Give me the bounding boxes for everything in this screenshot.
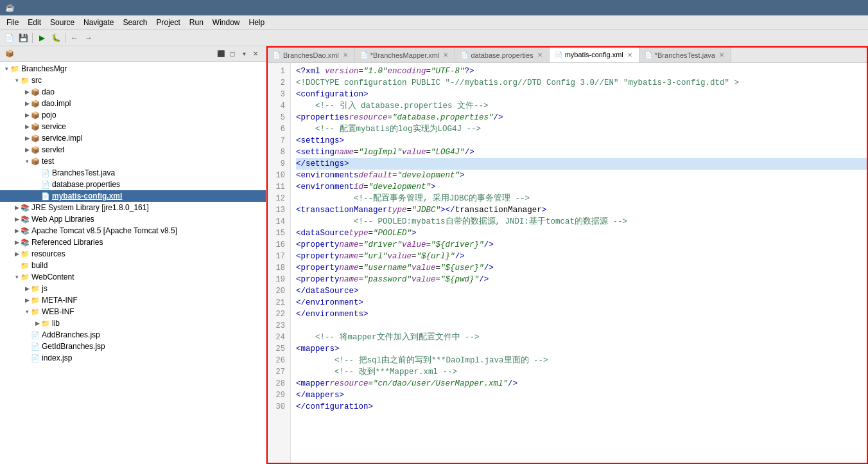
tree-toggle-22[interactable]: ▶ <box>33 320 41 326</box>
menu-item-navigate[interactable]: Navigate <box>80 17 117 28</box>
tree-toggle-0[interactable]: ▾ <box>3 66 10 72</box>
close-sidebar-btn[interactable]: ✕ <box>250 49 261 59</box>
tree-icon-5: 📦 <box>31 123 40 131</box>
line-num-22: 22 <box>270 308 285 320</box>
tree-toggle-3[interactable]: ▶ <box>23 100 31 107</box>
tree-toggle-19[interactable]: ▶ <box>23 285 31 292</box>
code-line-20: </dataSource> <box>296 285 867 297</box>
tree-icon-11: 📄 <box>41 192 50 201</box>
tree-item-14[interactable]: ▶📚Apache Tomcat v8.5 [Apache Tomcat v8.5… <box>0 225 266 236</box>
tree-toggle-13[interactable]: ▶ <box>13 216 21 222</box>
editor-tab-3[interactable]: 📄mybatis-config.xml✕ <box>550 48 639 63</box>
view-menu-btn[interactable]: ▾ <box>239 49 249 59</box>
tree-item-16[interactable]: ▶📁resources <box>0 248 266 260</box>
tree-item-2[interactable]: ▶📦dao <box>0 86 266 98</box>
tree-toggle-20[interactable]: ▶ <box>23 297 31 303</box>
editor-tabs: 📄BranchesDao.xml✕📄*BranchesMapper.xml✕📄d… <box>268 48 867 63</box>
tree-icon-13: 📚 <box>21 215 30 224</box>
code-content[interactable]: <?xml version="1.0" encoding="UTF-8"?><!… <box>291 63 867 463</box>
new-btn[interactable]: 📄 <box>3 31 15 44</box>
tab-close-3[interactable]: ✕ <box>626 51 634 59</box>
code-line-21: </environment> <box>296 297 867 308</box>
tree-item-0[interactable]: ▾📁BranchesMgr <box>0 63 266 75</box>
menu-item-project[interactable]: Project <box>152 17 184 28</box>
tree-toggle-6[interactable]: ▶ <box>23 135 31 141</box>
minimize-btn[interactable]: ⬛ <box>216 49 226 59</box>
tree-item-3[interactable]: ▶📦dao.impl <box>0 98 266 109</box>
tab-close-0[interactable]: ✕ <box>342 51 349 59</box>
tab-close-2[interactable]: ✕ <box>536 51 544 59</box>
tab-label-0: BranchesDao.xml <box>283 51 339 59</box>
tree-item-23[interactable]: 📄AddBranches.jsp <box>0 329 266 341</box>
tree-toggle-21[interactable]: ▾ <box>23 308 31 315</box>
menu-item-help[interactable]: Help <box>245 17 269 28</box>
menu-item-window[interactable]: Window <box>209 17 244 28</box>
tree-item-10[interactable]: 📄database.properties <box>0 179 266 190</box>
tree-toggle-8[interactable]: ▾ <box>23 158 31 165</box>
tree-label-10: database.properties <box>52 180 120 189</box>
tree-item-19[interactable]: ▶📁js <box>0 283 266 294</box>
line-num-20: 20 <box>270 285 285 297</box>
editor-tab-2[interactable]: 📄database.properties✕ <box>455 48 549 62</box>
tree-item-18[interactable]: ▾📁WebContent <box>0 271 266 283</box>
tree-toggle-16[interactable]: ▶ <box>13 251 21 257</box>
code-line-3: <configuration> <box>296 89 867 100</box>
tree-toggle-18[interactable]: ▾ <box>13 274 21 280</box>
editor-tab-0[interactable]: 📄BranchesDao.xml✕ <box>268 48 355 62</box>
tree-item-24[interactable]: 📄GetIdBranches.jsp <box>0 341 266 352</box>
menu-item-file[interactable]: File <box>3 17 22 28</box>
tree-toggle-2[interactable]: ▶ <box>23 89 31 95</box>
line-num-11: 11 <box>270 181 285 193</box>
menu-item-edit[interactable]: Edit <box>24 17 45 28</box>
tree-item-1[interactable]: ▾📁src <box>0 75 266 86</box>
menu-item-source[interactable]: Source <box>46 17 78 28</box>
tree-item-25[interactable]: 📄index.jsp <box>0 352 266 364</box>
save-btn[interactable]: 💾 <box>17 31 30 44</box>
code-line-29: </mappers> <box>296 389 867 401</box>
code-line-13: <transactionManager type="JDBC"></transa… <box>296 204 867 216</box>
tree-toggle-15[interactable]: ▶ <box>13 239 21 245</box>
tree-item-7[interactable]: ▶📦servlet <box>0 144 266 156</box>
menu-item-run[interactable]: Run <box>186 17 207 28</box>
tree-toggle-1[interactable]: ▾ <box>13 77 21 84</box>
tree-item-6[interactable]: ▶📦service.impl <box>0 132 266 144</box>
tree-toggle-7[interactable]: ▶ <box>23 147 31 153</box>
editor-tab-4[interactable]: 📄*BranchesTest.java✕ <box>639 48 731 62</box>
tab-icon-2: 📄 <box>460 51 468 58</box>
code-line-16: <property name="driver" value="${driver}… <box>296 239 867 251</box>
tree-label-12: JRE System Library [jre1.8.0_161] <box>31 203 149 212</box>
tree-toggle-4[interactable]: ▶ <box>23 112 31 118</box>
tree-toggle-12[interactable]: ▶ <box>13 204 21 211</box>
tree-item-8[interactable]: ▾📦test <box>0 156 266 167</box>
tree-item-11[interactable]: 📄mybatis-config.xml <box>0 190 266 202</box>
code-editor[interactable]: 1234567891011121314151617181920212223242… <box>268 63 867 463</box>
tree-item-20[interactable]: ▶📁META-INF <box>0 294 266 306</box>
editor-tab-1[interactable]: 📄*BranchesMapper.xml✕ <box>355 48 456 62</box>
tree-item-17[interactable]: 📁build <box>0 260 266 271</box>
code-line-22: </environments> <box>296 308 867 320</box>
tree-item-15[interactable]: ▶📚Referenced Libraries <box>0 236 266 248</box>
tree-item-22[interactable]: ▶📁lib <box>0 317 266 329</box>
line-num-25: 25 <box>270 343 285 355</box>
run-btn[interactable]: ▶ <box>35 31 48 44</box>
maximize-btn[interactable]: ◻ <box>227 49 238 59</box>
tab-close-4[interactable]: ✕ <box>718 51 725 59</box>
tree-toggle-14[interactable]: ▶ <box>13 228 21 234</box>
tree-item-5[interactable]: ▶📦service <box>0 121 266 132</box>
tree-icon-6: 📦 <box>31 134 40 143</box>
tab-close-1[interactable]: ✕ <box>442 51 449 59</box>
debug-btn[interactable]: 🐛 <box>49 31 62 44</box>
tree-item-12[interactable]: ▶📚JRE System Library [jre1.8.0_161] <box>0 202 266 213</box>
sidebar-actions: ⬛ ◻ ▾ ✕ <box>216 49 261 59</box>
menu-item-search[interactable]: Search <box>119 17 151 28</box>
forward-btn[interactable]: → <box>82 31 95 44</box>
line-num-7: 7 <box>270 135 285 147</box>
tree-item-4[interactable]: ▶📦pojo <box>0 109 266 121</box>
tree-toggle-5[interactable]: ▶ <box>23 123 31 130</box>
file-tree: ▾📁BranchesMgr▾📁src▶📦dao▶📦dao.impl▶📦pojo▶… <box>0 62 266 464</box>
tree-item-21[interactable]: ▾📁WEB-INF <box>0 306 266 317</box>
tree-item-9[interactable]: 📄BranchesTest.java <box>0 167 266 179</box>
tree-item-13[interactable]: ▶📚Web App Libraries <box>0 213 266 225</box>
package-explorer-icon: 📦 <box>5 49 14 58</box>
back-btn[interactable]: ← <box>68 31 81 44</box>
